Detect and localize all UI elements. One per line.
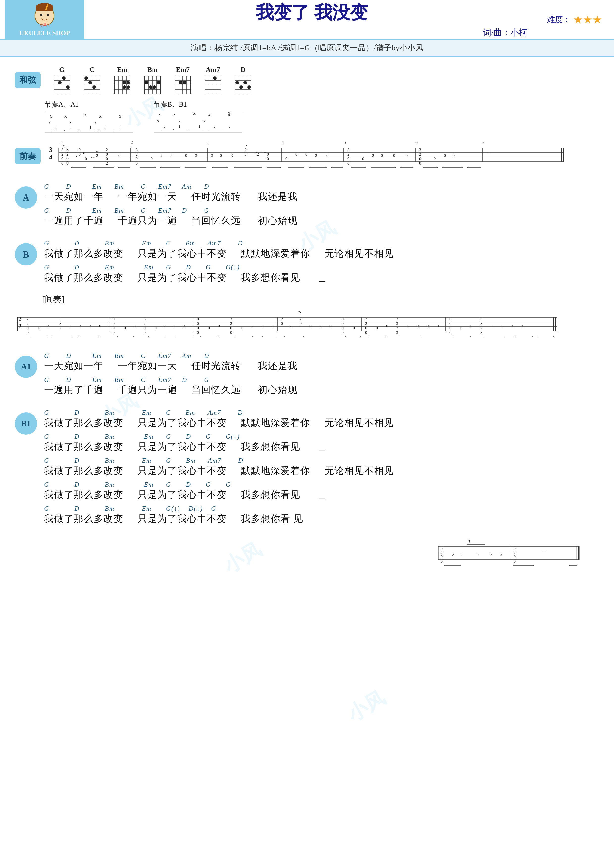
- rhythm-a-diagram: x x x x x x x x ↓ ↓ ↓ ↓ ↓: [45, 111, 134, 133]
- section-A1-container: A1 G D Em Bm C Em7 Am D 一天宛如一年 一年宛如一天 任时…: [15, 348, 599, 400]
- section-A1-line2: G D Em Bm C Em7 D G 一遍用了千遍 千遍只为一遍 当回忆久远 …: [42, 376, 599, 396]
- svg-text:0: 0: [406, 153, 407, 158]
- svg-text:6: 6: [415, 140, 418, 145]
- svg-text:−: −: [487, 149, 491, 157]
- svg-text:0: 0: [136, 161, 138, 165]
- svg-text:3: 3: [61, 148, 64, 152]
- svg-text:0: 0: [441, 559, 443, 563]
- svg-text:2: 2: [452, 553, 454, 557]
- svg-text:3: 3: [170, 153, 173, 158]
- section-A-line2: G D Em Bm C Em7 D G 一遍用了千遍 千遍只为一遍 当回忆久远 …: [42, 207, 599, 227]
- chord-grid-G: [53, 75, 71, 95]
- section-B-lyrics: G D Bm Em C Bm Am7 D 我做了那么多改变 只是为了我心中不变 …: [42, 236, 599, 288]
- svg-text:0: 0: [477, 553, 479, 557]
- svg-text:0: 0: [444, 153, 446, 158]
- difficulty-stars: ★★★: [573, 13, 602, 26]
- chord-D: D: [234, 65, 252, 95]
- svg-text:0: 0: [185, 153, 187, 158]
- chord-grid-D: [234, 75, 252, 95]
- svg-text:2: 2: [365, 317, 367, 321]
- svg-text:2: 2: [47, 324, 49, 328]
- svg-text:0: 0: [362, 157, 364, 161]
- section-A-container: A G D Em Bm C Em7 Am D 一天宛如一年 一年宛如一天 任时光…: [15, 179, 599, 231]
- svg-text:0: 0: [514, 555, 516, 559]
- section-B1-line1: G D Bm Em C Bm Am7 D 我做了那么多改变 只是为了我心中不变 …: [42, 409, 599, 429]
- section-B1-line3: G D Bm Em G Bm Am7 D 我做了那么多改变 只是为了我心中不变 …: [42, 457, 599, 477]
- svg-text:0: 0: [241, 326, 243, 330]
- svg-point-4: [47, 14, 49, 16]
- svg-text:0: 0: [342, 330, 344, 335]
- svg-point-26: [92, 85, 96, 89]
- svg-text:x: x: [64, 113, 67, 119]
- svg-text:2: 2: [460, 553, 462, 557]
- qian-zou-tab: 3 4 ≋ 3 2 0 0 ♩ 0 ‿: [47, 138, 566, 173]
- song-title: 我变了 我没变: [87, 1, 537, 25]
- svg-text:0: 0: [305, 152, 307, 157]
- singer-info-line: 演唱：杨宗纬 /原调1=bA /选调1=G（唱原调夹一品）/谱子by小小风: [0, 40, 614, 57]
- svg-text:0: 0: [230, 330, 232, 335]
- section-B1-container: B1 G D Bm Em C Bm Am7 D 我做了那么多改变 只是为了我心中…: [15, 405, 599, 529]
- svg-text:0: 0: [106, 152, 108, 157]
- svg-text:3: 3: [417, 324, 419, 328]
- svg-text:3: 3: [419, 148, 421, 152]
- svg-text:↓: ↓: [228, 123, 230, 129]
- svg-text:3: 3: [136, 148, 138, 152]
- svg-point-36: [123, 85, 126, 89]
- svg-text:3: 3: [427, 324, 429, 328]
- svg-text:2: 2: [441, 550, 443, 555]
- svg-point-75: [243, 81, 247, 84]
- chord-grid-Bm: [144, 75, 162, 95]
- svg-text:0: 0: [27, 330, 29, 335]
- chord-grid-Em: [113, 75, 131, 95]
- svg-text:0: 0: [106, 157, 108, 161]
- svg-text:3: 3: [347, 148, 349, 152]
- svg-text:3: 3: [195, 153, 197, 158]
- svg-text:0: 0: [267, 157, 269, 161]
- svg-text:0: 0: [342, 326, 344, 330]
- svg-text:3: 3: [49, 146, 53, 153]
- svg-text:↓: ↓: [213, 123, 216, 129]
- svg-text:3: 3: [89, 324, 91, 328]
- svg-text:0: 0: [365, 326, 367, 330]
- svg-text:0: 0: [113, 321, 115, 326]
- svg-text:x: x: [208, 112, 210, 117]
- svg-text:↓: ↓: [163, 123, 166, 129]
- svg-text:0: 0: [197, 326, 199, 330]
- svg-text:0: 0: [386, 324, 388, 328]
- tab-notation-area: 3 4 ≋ 3 2 0 0 ♩ 0 ‿: [47, 138, 599, 174]
- svg-text:0: 0: [514, 559, 516, 563]
- svg-text:0: 0: [300, 321, 302, 326]
- svg-text:0: 0: [208, 326, 210, 330]
- chord-G: G: [53, 65, 71, 95]
- svg-text:x: x: [50, 113, 52, 119]
- svg-text:x: x: [178, 118, 181, 124]
- svg-text:2: 2: [230, 321, 232, 326]
- svg-text:2: 2: [257, 152, 259, 157]
- svg-text:4: 4: [49, 153, 53, 161]
- svg-text:2: 2: [18, 315, 22, 322]
- svg-text:3: 3: [59, 321, 61, 326]
- section-A-bubble: A: [15, 186, 37, 209]
- svg-text:x: x: [99, 113, 101, 119]
- section-A1-bubble: A1: [15, 356, 37, 378]
- page-header: 小风's UKULELE SHOP 我变了 我没变 词/曲：小柯 难度： ★★★: [0, 0, 614, 40]
- svg-text:3: 3: [514, 546, 516, 550]
- svg-text:x: x: [157, 118, 159, 124]
- svg-text:0: 0: [393, 153, 395, 158]
- svg-text:2: 2: [106, 161, 108, 165]
- svg-text:5: 5: [344, 140, 346, 145]
- svg-text:0: 0: [220, 153, 222, 158]
- svg-text:>: >: [245, 144, 247, 148]
- svg-point-14: [58, 81, 62, 84]
- svg-text:小风's: 小风's: [40, 23, 49, 27]
- svg-text:0: 0: [295, 152, 297, 157]
- svg-text:x: x: [173, 112, 176, 117]
- svg-point-74: [239, 85, 243, 89]
- svg-text:3: 3: [230, 317, 232, 321]
- svg-text:0: 0: [309, 324, 311, 328]
- svg-text:0: 0: [353, 326, 355, 330]
- svg-text:3: 3: [501, 324, 503, 328]
- svg-text:2: 2: [396, 326, 398, 330]
- svg-text:0: 0: [218, 324, 220, 328]
- ending-tab: 3 2 0 0 2 2 3 0 2 3 3 2 0 0 −: [436, 536, 584, 571]
